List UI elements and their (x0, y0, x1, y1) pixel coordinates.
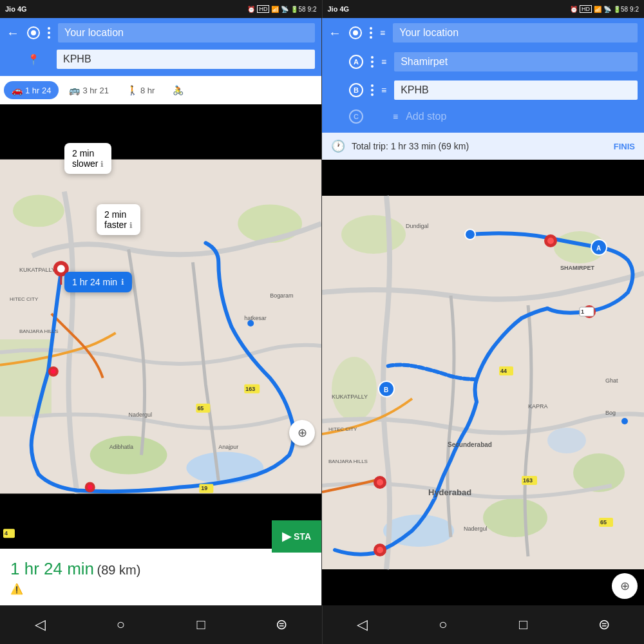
tab-drive[interactable]: 🚗 1 hr 24 (4, 81, 59, 99)
route-time-label: 1 hr 24 min (72, 277, 117, 287)
svg-text:hatkesar: hatkesar (244, 315, 266, 321)
tab-transit-label: 3 hr 21 (82, 86, 108, 95)
map-right[interactable]: A B Dundigal SHAMIRPET KUKATPALLY HITEC … (322, 160, 644, 605)
start-arrow-icon: ▶ (282, 529, 291, 544)
svg-text:BANJARA HILLS: BANJARA HILLS (19, 328, 59, 334)
screen-right: ← ≡ Your location A (322, 18, 644, 605)
tab-transit[interactable]: 🚌 3 hr 21 (61, 81, 116, 99)
drag-handle-c: ≡ (393, 111, 398, 122)
nav-back-left[interactable]: ◁ (24, 612, 56, 638)
dots-menu-a[interactable] (368, 53, 376, 70)
svg-point-1 (13, 194, 64, 227)
nav-menu-left[interactable]: ⊜ (265, 612, 298, 638)
svg-text:KAPRA: KAPRA (528, 403, 548, 410)
drag-handle-a: ≡ (381, 57, 386, 67)
dots-menu-right[interactable] (367, 24, 375, 41)
bottom-panel-left: 1 hr 24 min (89 km) ⚠️ (0, 549, 321, 605)
battery-left: 🔋58 (290, 6, 305, 13)
svg-text:Nadergul: Nadergul (464, 526, 488, 532)
svg-text:44: 44 (500, 368, 507, 374)
dots-menu-b[interactable] (368, 82, 376, 99)
walk-icon: 🚶 (127, 85, 138, 95)
svg-text:Nadergul: Nadergul (129, 412, 152, 418)
compass-button-right[interactable]: ⊕ (612, 573, 638, 599)
origin-row: ← Your location (0, 18, 321, 48)
finish-button[interactable]: FINIS (614, 142, 635, 151)
svg-point-44 (377, 547, 383, 553)
nav-home-left[interactable]: ○ (104, 612, 137, 638)
destination-pin-icon: 📍 (27, 53, 40, 66)
svg-point-45 (465, 229, 475, 240)
back-button-left[interactable]: ← (6, 26, 22, 41)
nav-back-right[interactable]: ◁ (346, 612, 379, 638)
warning-row: ⚠️ (10, 583, 311, 595)
dots-menu-left[interactable] (45, 24, 53, 41)
svg-text:Secunderabad: Secunderabad (448, 441, 492, 448)
svg-text:HITEC CITY: HITEC CITY (10, 296, 39, 302)
faster-text: 2 minfaster (104, 209, 127, 230)
svg-text:1: 1 (581, 308, 584, 315)
tab-bike[interactable]: 🚴 (165, 81, 191, 99)
svg-point-3 (90, 436, 167, 475)
compass-icon-left: ⊕ (298, 426, 307, 440)
time-right: 9:2 (630, 6, 639, 13)
origin-input-right[interactable]: Your location (393, 23, 638, 43)
svg-text:Bog: Bog (605, 410, 616, 416)
clock-icon: 🕐 (331, 139, 345, 153)
svg-text:BANJARA HILLS: BANJARA HILLS (328, 459, 368, 464)
waypoint-a-input[interactable]: Shamirpet (394, 52, 638, 71)
svg-point-2 (238, 204, 302, 243)
status-bar-right: Jio 4G ⏰ HD 📶 📡 🔋58 9:2 (323, 0, 645, 18)
total-trip-text: Total trip: 1 hr 33 min (69 km) (352, 141, 607, 151)
svg-text:B: B (384, 386, 388, 393)
svg-text:163: 163 (245, 386, 255, 392)
slower-text: 2 minslower (72, 148, 98, 169)
bottom-nav-right: ◁ ○ □ ⊜ (323, 605, 645, 644)
svg-point-38 (547, 238, 554, 244)
drag-handle-origin: ≡ (380, 28, 385, 38)
status-icons-left: ⏰ HD 📶 📡 🔋58 9:2 (247, 5, 316, 13)
origin-dot-icon (27, 26, 40, 39)
start-button-left[interactable]: ▶ STA (272, 520, 321, 553)
bottom-nav: ◁ ○ □ ⊜ ◁ ○ □ ⊜ (0, 605, 644, 644)
svg-text:163: 163 (523, 477, 533, 484)
back-button-right[interactable]: ← (328, 26, 344, 41)
time-left: 9:2 (308, 6, 317, 13)
map-left[interactable]: KUKATPALLY HITEC CITY BANJARA HILLS Nade… (0, 104, 321, 549)
add-stop-row[interactable]: C ≡ Add stop (322, 104, 644, 133)
nav-menu-right[interactable]: ⊜ (588, 612, 620, 638)
add-stop-input[interactable]: Add stop (406, 111, 446, 122)
alarm-icon-r: ⏰ (570, 6, 578, 13)
svg-point-36 (547, 428, 586, 453)
destination-row: 📍 KPHB (0, 48, 321, 76)
waypoint-b-input[interactable]: KPHB (394, 80, 638, 100)
nav-recents-left[interactable]: □ (185, 612, 217, 638)
svg-text:Bogaram: Bogaram (270, 292, 293, 299)
svg-text:19: 19 (201, 485, 207, 491)
destination-input-left[interactable]: KPHB (57, 50, 315, 69)
waypoint-b-label: B (349, 83, 363, 97)
drag-handle-b: ≡ (381, 85, 386, 95)
nav-recents-right[interactable]: □ (507, 612, 540, 638)
transport-tabs-left: 🚗 1 hr 24 🚌 3 hr 21 🚶 8 hr 🚴 (0, 76, 321, 104)
screens-container: ← Your location 📍 KPHB 🚗 (0, 18, 644, 605)
svg-point-33 (483, 498, 547, 537)
info-circle-icon: ℹ (121, 278, 124, 287)
svg-text:Anajpur: Anajpur (218, 444, 238, 450)
header-right: ← ≡ Your location A (322, 18, 644, 133)
waypoint-a-row: A ≡ Shamirpet (322, 48, 644, 76)
svg-text:4: 4 (5, 530, 8, 536)
svg-point-28 (57, 265, 65, 272)
nav-home-right[interactable]: ○ (427, 612, 459, 638)
origin-dot-icon-right (349, 26, 362, 39)
tab-walk[interactable]: 🚶 8 hr (119, 81, 162, 99)
waypoint-b-row: B ≡ KPHB (322, 76, 644, 104)
carrier-left: Jio 4G (5, 5, 27, 13)
origin-row-right: ← ≡ Your location (322, 18, 644, 48)
origin-input-left[interactable]: Your location (58, 23, 315, 43)
compass-button-left[interactable]: ⊕ (289, 420, 315, 446)
tooltip-time[interactable]: 1 hr 24 min ℹ (64, 272, 132, 292)
trip-dist-left: (89 km) (97, 563, 141, 577)
svg-text:Adibhatla: Adibhatla (109, 444, 133, 450)
waypoint-c-label: C (349, 109, 363, 124)
